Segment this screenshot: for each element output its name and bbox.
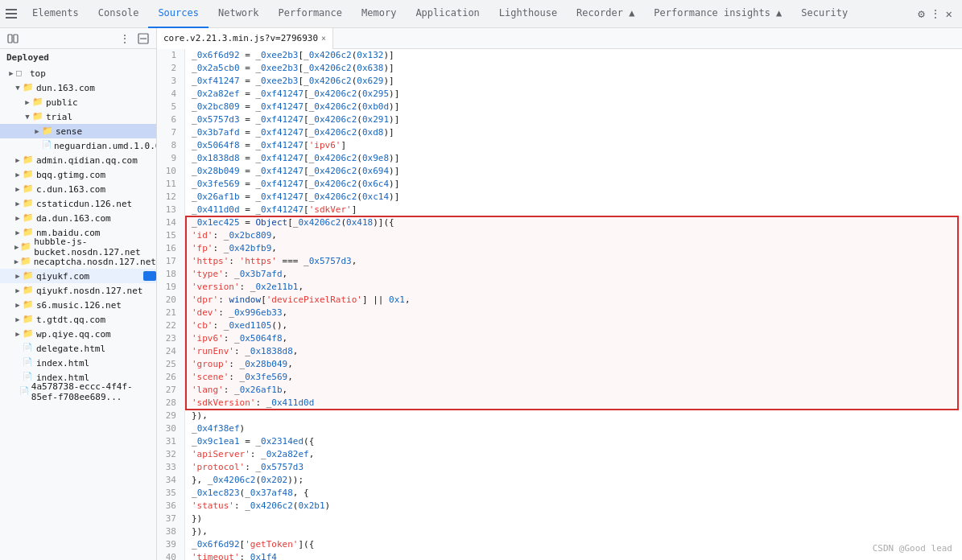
editor-area: 1234567891011121314151617181920212223242… [157, 49, 962, 560]
expand-arrow: ▶ [6, 69, 16, 77]
code-line: _0x2a5cb0 = _0xee2b3[_0x4206c2(0x638)] [185, 62, 962, 75]
code-line: _0x5064f8 = _0xf41247['ipv6'] [185, 139, 962, 152]
sidebar-item-label: c.dun.163.com [36, 184, 105, 195]
folder-icon: 📁 [32, 111, 43, 122]
sidebar-item-label: dun.163.com [36, 83, 95, 93]
line-numbers: 1234567891011121314151617181920212223242… [157, 49, 185, 560]
sidebar-item-cdun[interactable]: ▶ 📁 c.dun.163.com [0, 182, 156, 196]
sidebar-item-admin-qidian[interactable]: ▶ 📁 admin.qidian.qq.com [0, 153, 156, 167]
close-devtools-icon[interactable]: ✕ [946, 7, 952, 20]
svg-rect-0 [6, 9, 17, 10]
tab-recorder[interactable]: Recorder ▲ [567, 0, 644, 28]
devtools-menu-icon[interactable] [3, 6, 19, 22]
code-line: _0x3b7afd = _0xf41247[_0x4206c2(0xd8)] [185, 126, 962, 139]
sidebar-item-label: admin.qidian.qq.com [36, 155, 138, 166]
svg-rect-2 [6, 17, 17, 19]
folder-icon: 📁 [23, 227, 34, 238]
code-line: _0xf41247 = _0xee2b3[_0x4206c2(0x629)] [185, 75, 962, 88]
main-content: Deployed ▶ □ top ▼ 📁 dun.163.com ▶ 📁 pub… [0, 49, 962, 560]
new-tab-button[interactable] [135, 31, 151, 47]
tab-memory[interactable]: Memory [352, 0, 406, 28]
expand-arrow: ▶ [13, 257, 20, 266]
sidebar-item-top[interactable]: ▶ □ top [0, 66, 156, 80]
sidebar-item-label: necaptcha.nosdn.127.net [34, 257, 156, 267]
sidebar-item-public[interactable]: ▶ 📁 public [0, 95, 156, 109]
sidebar-item-wpqiye[interactable]: ▶ 📁 wp.qiye.qq.com [0, 327, 156, 341]
folder-icon: 📁 [20, 256, 31, 267]
folder-icon: 📁 [23, 154, 34, 166]
sidebar-item-neguardian[interactable]: 📄 neguardian.umd.1.0.0.js [0, 138, 156, 153]
sidebar-item-bqq[interactable]: ▶ 📁 bqq.gtimg.com [0, 167, 156, 182]
sidebar-item-qiyukf[interactable]: ▶ 📁 qiyukf.com [0, 269, 156, 283]
code-line: }) [185, 513, 962, 525]
code-line: 'group': _0x28b049, [185, 358, 962, 371]
expand-arrow: ▶ [13, 315, 23, 323]
code-line: _0x9c1ea1 = _0x2314ed({ [185, 435, 962, 448]
code-line: _0x26af1b = _0xf41247[_0x4206c2(0xc14)] [185, 191, 962, 204]
file-tab-close[interactable]: × [321, 34, 326, 43]
tab-lighthouse[interactable]: Lighthouse [489, 0, 567, 28]
expand-arrow: ▶ [23, 98, 32, 106]
more-options-icon[interactable]: ⋮ [930, 7, 941, 20]
folder-icon: 📁 [23, 212, 34, 224]
sidebar-item-qiyukf-nosdn[interactable]: ▶ 📁 qiyukf.nosdn.127.net [0, 283, 156, 298]
sidebar-item-tgtdt[interactable]: ▶ 📁 t.gtdt.qq.com [0, 312, 156, 327]
sidebar-item-label: qiyukf.nosdn.127.net [36, 286, 142, 296]
code-line: 'cb': _0xed1105(), [185, 319, 962, 332]
expand-arrow: ▶ [13, 156, 23, 164]
tab-performance-insights[interactable]: Performance insights ▲ [644, 0, 791, 28]
code-line: 'dpr': window['devicePixelRatio'] || 0x1… [185, 294, 962, 307]
code-area[interactable]: _0x6f6d92 = _0xee2b3[_0x4206c2(0x132)]_0… [185, 49, 962, 560]
sidebar-toggle-button[interactable] [5, 31, 21, 47]
tab-sources[interactable]: Sources [148, 0, 209, 28]
tab-console[interactable]: Console [89, 0, 149, 28]
expand-arrow: ▶ [13, 171, 23, 179]
sidebar-item-label: public [46, 97, 78, 108]
sidebar-item-label: hubble-js-bucket.nosdn.127.net [34, 237, 156, 257]
expand-arrow: ▶ [13, 286, 23, 294]
sidebar-item-label: trial [46, 112, 72, 122]
sidebar-item-label: da.dun.163.com [36, 213, 111, 224]
sidebar-item-hubble[interactable]: ▶ 📁 hubble-js-bucket.nosdn.127.net [0, 240, 156, 254]
expand-arrow: ▶ [13, 214, 23, 222]
sidebar-item-s6music[interactable]: ▶ 📁 s6.music.126.net [0, 298, 156, 312]
sidebar-item-cstatic[interactable]: ▶ 📁 cstaticdun.126.net [0, 196, 156, 211]
code-line: 'sdkVersion': _0x411d0d [185, 397, 962, 410]
code-line: _0x6f6d92 = _0xee2b3[_0x4206c2(0x132)] [185, 49, 962, 62]
more-sidebar-options[interactable]: ⋮ [114, 28, 135, 49]
sidebar-item-label: qiyukf.com [36, 271, 89, 282]
expand-arrow: ▼ [13, 84, 23, 92]
file-tab-core[interactable]: core.v2.21.3.min.js?v=2796930 × [157, 28, 333, 49]
file-icon: 📄 [42, 140, 52, 151]
code-line: 'https': 'https' === _0x5757d3, [185, 255, 962, 268]
folder-icon: □ [16, 68, 27, 79]
code-line: 'protocol': _0x5757d3 [185, 461, 962, 474]
settings-icon[interactable]: ⚙ [918, 7, 924, 20]
folder-icon: 📁 [32, 97, 43, 108]
sidebar-item-label: index.html [36, 358, 89, 369]
tab-network[interactable]: Network [209, 0, 269, 28]
folder-icon: 📁 [23, 314, 34, 325]
code-line: _0x5757d3 = _0xf41247[_0x4206c2(0x291)] [185, 113, 962, 126]
tab-elements[interactable]: Elements [23, 0, 89, 28]
tab-application[interactable]: Application [406, 0, 489, 28]
sidebar-item-uuid[interactable]: 📄 4a578738-eccc-4f4f-85ef-f708ee689... [0, 385, 156, 399]
sidebar-item-dadun[interactable]: ▶ 📁 da.dun.163.com [0, 211, 156, 225]
sidebar-item-dun163[interactable]: ▼ 📁 dun.163.com [0, 80, 156, 95]
sidebar-item-necaptcha[interactable]: ▶ 📁 necaptcha.nosdn.127.net [0, 254, 156, 269]
sidebar-item-trial[interactable]: ▼ 📁 trial [0, 109, 156, 124]
sidebar-item-label: cstaticdun.126.net [36, 199, 132, 209]
watermark: CSDN @Good lead [873, 543, 952, 554]
tab-security[interactable]: Security [791, 0, 857, 28]
expand-arrow: ▶ [13, 200, 23, 208]
file-icon: 📄 [23, 357, 34, 369]
sidebar-item-sense[interactable]: ▶ 📁 sense [0, 124, 156, 138]
folder-icon: 📁 [20, 241, 31, 253]
code-line: _0x28b049 = _0xf41247[_0x4206c2(0x694)] [185, 165, 962, 178]
folder-icon: 📁 [23, 183, 34, 195]
tab-performance[interactable]: Performance [269, 0, 352, 28]
sidebar-item-index1[interactable]: 📄 index.html [0, 356, 156, 370]
sidebar-header: Deployed [0, 49, 156, 66]
sidebar-item-delegate[interactable]: 📄 delegate.html [0, 341, 156, 356]
expand-arrow: ▶ [13, 330, 23, 338]
